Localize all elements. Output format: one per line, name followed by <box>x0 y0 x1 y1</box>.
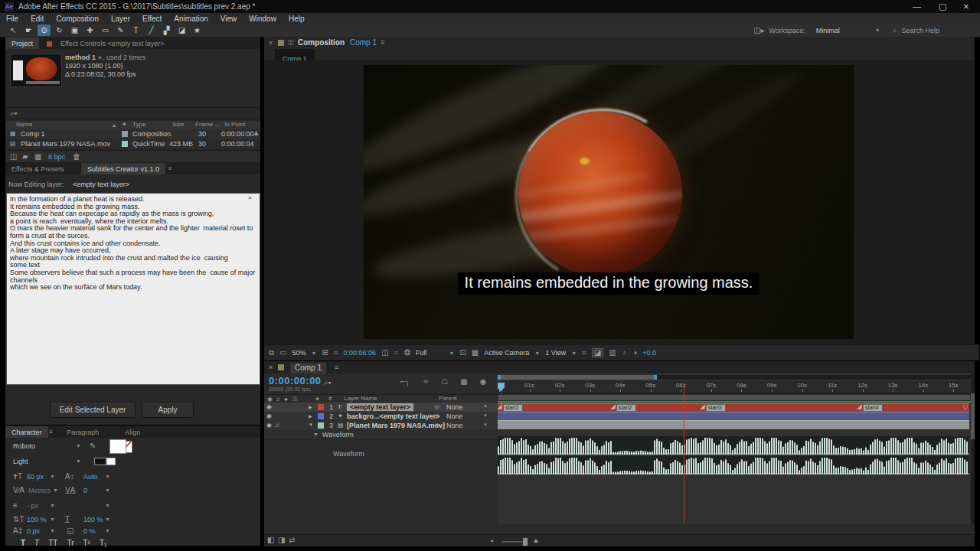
exposure-value[interactable]: +0.0 <box>642 349 656 357</box>
zoom-in-mountain-icon[interactable]: ▴▴ <box>534 536 536 544</box>
layer-label-swatch[interactable] <box>318 404 324 410</box>
project-item-label-swatch[interactable] <box>122 141 128 147</box>
frame-blending-icon[interactable]: ▦ <box>460 378 467 386</box>
composition-panel-menu-icon[interactable]: ≡ <box>381 38 384 46</box>
grid-guides-icon[interactable]: ⊞ <box>322 349 328 357</box>
fast-previews-icon[interactable]: ◪ <box>592 348 603 357</box>
playhead[interactable] <box>498 383 505 392</box>
edit-selected-layer-button[interactable]: Edit Selected Layer <box>50 402 136 418</box>
tab-effects-presets[interactable]: Effects & Presets <box>5 163 70 174</box>
clone-stamp-tool[interactable]: ▞ <box>160 24 173 36</box>
camera-dropdown-icon[interactable]: ▼ <box>534 350 540 356</box>
number-column-label[interactable]: # <box>328 395 332 402</box>
eraser-tool[interactable]: ◪ <box>175 24 188 36</box>
layer3-duration-bar[interactable] <box>498 420 969 429</box>
fill-color-swatch[interactable] <box>109 439 126 454</box>
menu-file[interactable]: File <box>0 15 24 23</box>
layer-video-icon[interactable]: ◉ <box>266 412 272 419</box>
all-caps-button[interactable]: TT <box>48 539 57 547</box>
layer-name-column-label[interactable]: Layer Name <box>344 395 377 402</box>
character-panel-menu-icon[interactable]: ≡ <box>50 429 54 435</box>
transparency-grid-icon[interactable]: ▦ <box>472 349 479 357</box>
tab-paragraph[interactable]: Paragraph <box>60 426 105 438</box>
hide-shy-layers-icon[interactable]: ☖ <box>441 378 448 386</box>
composition-viewer[interactable]: It remains embedded in the growing mass. <box>264 60 975 344</box>
color-depth-button[interactable]: 8 bpc <box>48 153 65 161</box>
layer-marker-start2[interactable]: start2 <box>612 404 636 412</box>
faux-italic-button[interactable]: T <box>34 539 39 547</box>
project-item-name[interactable]: Planet Mars 1979 NASA.mov <box>21 140 110 148</box>
puppet-pin-tool[interactable]: ★ <box>191 24 204 36</box>
kerning-value[interactable]: Metrics <box>28 487 51 494</box>
timeline-track-area[interactable]: 0s01s02s03s04s05s06s07s08s09s10s11s12s13… <box>498 373 971 524</box>
tab-character[interactable]: Character <box>5 426 48 438</box>
time-navigator-track[interactable] <box>498 375 971 380</box>
pan-behind-tool[interactable]: ✚ <box>83 24 96 36</box>
snapshot-icon[interactable]: ◫ <box>381 349 388 357</box>
menu-composition[interactable]: Composition <box>50 15 105 23</box>
horizontal-scale-value[interactable]: 100 % <box>83 516 103 523</box>
workspace-value[interactable]: Minimal <box>816 27 840 34</box>
tab-align[interactable]: Align <box>119 426 146 438</box>
column-name[interactable]: Name <box>16 121 32 128</box>
composition-mini-flowchart-icon[interactable]: ⌐┐ <box>400 378 410 386</box>
zoom-tool[interactable]: ⊙ <box>38 24 51 36</box>
font-size-dropdown-icon[interactable]: ▼ <box>50 474 55 479</box>
waveform-group-row[interactable]: ▼ Waveform <box>264 430 498 440</box>
navigator-end-handle[interactable] <box>654 375 657 380</box>
layer-video-icon[interactable]: ◉ <box>266 403 272 410</box>
magnification-value[interactable]: 50% <box>292 349 306 357</box>
parent-dropdown-icon[interactable]: ▼ <box>483 422 488 427</box>
expand-transfer-controls-icon[interactable]: ◨ <box>278 536 285 544</box>
view-layout-dropdown-icon[interactable]: ▼ <box>571 350 577 356</box>
footage-name[interactable]: method 1 <box>65 54 96 61</box>
brush-tool[interactable]: ╱ <box>145 24 158 36</box>
timeline-timecode[interactable]: 0:00:00:00 <box>269 375 322 386</box>
panel-menu-icon[interactable]: ≡ <box>168 165 172 172</box>
menu-window[interactable]: Window <box>243 15 283 23</box>
new-folder-icon[interactable]: ▰ <box>22 153 28 161</box>
minimize-button[interactable]: — <box>913 2 921 11</box>
menu-effect[interactable]: Effect <box>136 15 168 23</box>
main-viewer-icon[interactable]: ▭ <box>279 349 286 357</box>
layer-video-icon[interactable]: ◉ <box>266 422 272 429</box>
project-row[interactable]: ▤Planet Mars 1979 NASA.movQuickTime423 M… <box>5 139 260 149</box>
time-ruler[interactable]: 0s01s02s03s04s05s06s07s08s09s10s11s12s13… <box>498 381 971 394</box>
motion-blur-icon[interactable]: ◉ <box>480 378 487 386</box>
camera-view-value[interactable]: Active Camera <box>484 349 529 357</box>
parent-pickwhip-icon[interactable]: ◎ <box>434 412 439 419</box>
font-style-dropdown-icon[interactable]: ▼ <box>76 458 81 464</box>
tsume-value[interactable]: 0 % <box>83 527 96 535</box>
layer-marker-start3[interactable]: start3 <box>702 404 726 412</box>
parent-dropdown-icon[interactable]: ▼ <box>483 404 488 409</box>
menu-animation[interactable]: Animation <box>168 15 214 23</box>
small-caps-button[interactable]: Tr <box>67 539 74 547</box>
apply-button[interactable]: Apply <box>142 402 194 418</box>
footage-thumbnail[interactable] <box>10 54 62 87</box>
draft-3d-icon[interactable]: ✧ <box>423 378 429 386</box>
tsume-dropdown-icon[interactable]: ▼ <box>105 528 110 533</box>
interpret-footage-icon[interactable]: ◫ <box>10 153 17 161</box>
layer-audio-icon[interactable]: ♫ <box>275 422 279 429</box>
tab-subtitles-creator[interactable]: Subtitles Creator v1.1.0 <box>81 163 165 174</box>
label-column-icon[interactable]: ✦ <box>122 121 127 128</box>
timeline-zoom-slider-track[interactable] <box>501 541 523 543</box>
time-navigator-thumb[interactable] <box>498 375 656 380</box>
menu-edit[interactable]: Edit <box>24 15 50 23</box>
zoom-out-mountain-icon[interactable]: ▴ <box>491 536 494 544</box>
faux-bold-button[interactable]: T <box>21 539 25 547</box>
layer-name[interactable]: <empty text layer> <box>347 403 413 411</box>
tab-effect-controls[interactable]: Effect Controls <empty text layer> <box>54 37 170 49</box>
vertical-scale-value[interactable]: 100 % <box>27 516 47 523</box>
stroke-width-dropdown-icon[interactable]: ▼ <box>50 503 55 508</box>
viewer-timecode[interactable]: 0:00:06:06 <box>344 349 377 357</box>
parent-dropdown-icon[interactable]: ▼ <box>483 413 488 418</box>
parent-value[interactable]: None <box>446 422 463 429</box>
parent-pickwhip-icon[interactable]: ◎ <box>434 422 439 429</box>
resolution-dropdown-icon[interactable]: ▼ <box>449 350 455 356</box>
exposure-icon[interactable]: ◑ <box>632 349 637 357</box>
stroke-style-dropdown-icon[interactable]: ▼ <box>105 503 110 508</box>
parent-value[interactable]: None <box>446 403 463 411</box>
magnification-dropdown-icon[interactable]: ▼ <box>312 350 317 356</box>
mask-visibility-icon[interactable]: ⌗ <box>334 349 338 357</box>
